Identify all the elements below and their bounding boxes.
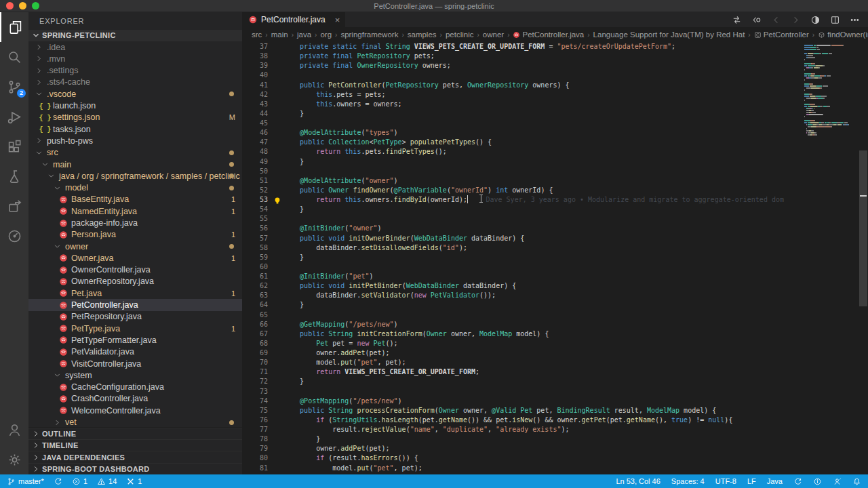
status-spaces-4[interactable]: Spaces: 4 [671,477,705,485]
code-line-42[interactable]: 42 this.pets = pets; [242,90,868,100]
tree-folder-owner[interactable]: owner [28,241,242,252]
code-line-71[interactable]: 71 return VIEWS_PETS_CREATE_OR_UPDATE_FO… [242,367,868,377]
code-line-48[interactable]: 48 return this.pets.findPetTypes(); [242,147,868,157]
panel-timeline[interactable]: TIMELINE [28,439,242,451]
close-icon[interactable]: × [335,15,340,25]
lightbulb-icon[interactable] [273,197,281,205]
status-error[interactable]: 1 [72,477,87,486]
code-line-76[interactable]: 76 if (StringUtils.hasLength(pet.getName… [242,415,868,425]
code-line-78[interactable]: 78 } [242,434,868,444]
nav-forward-icon[interactable] [791,15,801,25]
project-section-header[interactable]: SPRING-PETCLINIC [28,30,242,41]
breadcrumb-item-src[interactable]: src [252,30,262,39]
code-line-69[interactable]: 69 owner.addPet(pet); [242,348,868,358]
code-line-64[interactable]: 64 } [242,300,868,310]
tree-folder--vscode[interactable]: .vscode [28,88,242,100]
status-warning[interactable]: 14 [97,477,117,486]
code-line-67[interactable]: 67 public String initCreationForm(Owner … [242,329,868,339]
code-line-65[interactable]: 65 [242,310,868,320]
tree-folder-main[interactable]: main [28,159,242,170]
activity-run-debug-icon[interactable] [0,102,28,131]
code-line-47[interactable]: 47 public Collection<PetType> populatePe… [242,138,868,147]
tree-folder--idea[interactable]: .idea [28,41,242,53]
tree-file-baseentity-java[interactable]: BaseEntity.java1 [28,194,242,205]
breadcrumb-item-samples[interactable]: samples [408,30,437,39]
breadcrumb-item-petcontroller-java[interactable]: PetController.java [513,30,584,39]
more-actions-icon[interactable] [850,15,860,25]
window-minimize-button[interactable] [19,2,26,9]
code-editor[interactable]: 37 private static final String VIEWS_PET… [242,42,868,474]
breadcrumb-item-org[interactable]: org [320,30,332,39]
tree-file-pettype-java[interactable]: PetType.java1 [28,323,242,334]
code-line-66[interactable]: 66 @GetMapping("/pets/new") [242,320,868,329]
activity-deploy-icon[interactable] [0,191,28,221]
code-line-56[interactable]: 56 @InitBinder("owner") [242,224,868,233]
code-line-37[interactable]: 37 private static final String VIEWS_PET… [242,42,868,52]
tree-folder--settings[interactable]: .settings [28,65,242,77]
status-java[interactable]: Java [767,477,783,485]
activity-account-icon[interactable] [0,415,28,445]
breadcrumb-item-springframework[interactable]: springframework [340,30,398,39]
tree-folder-model[interactable]: model [28,182,242,193]
editor-scrollbar[interactable] [859,42,868,474]
code-line-61[interactable]: 61 @InitBinder("pet") [242,272,868,281]
breadcrumb-item-java[interactable]: java [297,30,311,39]
tree-file-tasks-json[interactable]: { }tasks.json [28,123,242,135]
breadcrumb-item-petcontroller[interactable]: PetController [754,30,809,39]
activity-dashboard-icon[interactable] [0,221,28,251]
code-line-49[interactable]: 49 } [242,157,868,167]
code-line-77[interactable]: 77 result.rejectValue("name", "duplicate… [242,425,868,434]
code-line-40[interactable]: 40 [242,70,868,80]
code-line-62[interactable]: 62 public void initPetBinder(WebDataBind… [242,281,868,291]
code-line-60[interactable]: 60 [242,262,868,272]
code-line-55[interactable]: 55 [242,214,868,224]
tree-folder-system[interactable]: system [28,369,242,381]
tree-file-package-info-java[interactable]: package-info.java [28,217,242,228]
open-changes-icon[interactable] [732,15,742,25]
tree-file-pettypeformatter-java[interactable]: PetTypeFormatter.java [28,334,242,346]
code-line-58[interactable]: 58 dataBinder.setDisallowedFields("id"); [242,243,868,253]
panel-spring-boot-dashboard[interactable]: SPRING-BOOT DASHBOARD [28,463,242,474]
status-sync[interactable] [54,477,62,486]
activity-explorer-icon[interactable] [0,12,28,42]
tree-file-visitcontroller-java[interactable]: VisitController.java [28,358,242,369]
tree-folder-src[interactable]: src [28,147,242,159]
tree-file-ownercontroller-java[interactable]: OwnerController.java [28,264,242,276]
tree-folder-push-to-pws[interactable]: push-to-pws [28,135,242,146]
tree-file-owner-java[interactable]: Owner.java1 [28,252,242,264]
code-line-80[interactable]: 80 if (result.hasErrors()) { [242,453,868,463]
tree-file-ownerrepository-java[interactable]: OwnerRepository.java [28,276,242,287]
code-line-43[interactable]: 43 this.owners = owners; [242,100,868,109]
status-sync[interactable] [793,477,802,486]
tree-folder--sts4-cache[interactable]: .sts4-cache [28,77,242,88]
activity-source-control-icon[interactable]: 2 [0,72,28,102]
breadcrumb-item-petclinic[interactable]: petclinic [446,30,474,39]
tree-file-petvalidator-java[interactable]: PetValidator.java [28,346,242,358]
code-line-79[interactable]: 79 owner.addPet(pet); [242,444,868,453]
code-line-63[interactable]: 63 dataBinder.setValidator(new PetValida… [242,291,868,300]
tree-folder-java-org-springframework-samples-petclinic[interactable]: java / org / springframework / samples /… [28,170,242,182]
code-line-74[interactable]: 74 @PostMapping("/pets/new") [242,396,868,406]
code-line-44[interactable]: 44 } [242,109,868,119]
breadcrumb-item-owner[interactable]: owner [483,30,504,39]
breadcrumb-item-findowner-int-[interactable]: findOwner(int) [818,30,868,39]
status-info[interactable] [813,477,822,486]
status-feedback[interactable] [833,477,842,486]
tree-file-settings-json[interactable]: { }settings.jsonM [28,112,242,123]
tree-file-welcomecontroller-java[interactable]: WelcomeController.java [28,405,242,416]
activity-extensions-icon[interactable] [0,131,28,161]
code-line-46[interactable]: 46 @ModelAttribute("types") [242,128,868,138]
tree-file-cacheconfiguration-java[interactable]: CacheConfiguration.java [28,382,242,393]
code-line-50[interactable]: 50 [242,167,868,176]
panel-java-dependencies[interactable]: JAVA DEPENDENCIES [28,451,242,462]
go-back-file-icon[interactable] [751,15,762,25]
window-zoom-button[interactable] [32,2,39,9]
tree-file-namedentity-java[interactable]: NamedEntity.java1 [28,205,242,217]
code-line-57[interactable]: 57 public void initOwnerBinder(WebDataBi… [242,234,868,243]
activity-test-icon[interactable] [0,161,28,191]
code-line-59[interactable]: 59 } [242,253,868,262]
status-lf[interactable]: LF [747,477,756,485]
status-bell[interactable] [852,477,861,486]
tree-file-petrepository-java[interactable]: PetRepository.java [28,311,242,323]
tab-petcontroller[interactable]: PetController.java × [242,12,345,27]
